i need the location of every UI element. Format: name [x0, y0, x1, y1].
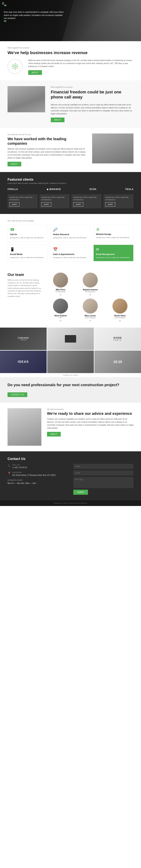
portfolio-card-img [65, 335, 76, 343]
financial-image [7, 86, 45, 112]
financial-title: Financial freedom could be just one phon… [51, 90, 134, 100]
client-card-btn-3[interactable]: MORE [105, 203, 115, 207]
leading-body: Atkinson sint occaecat cupidatat non pro… [7, 148, 87, 159]
portfolio-sub-0: CUBIKEN [18, 339, 29, 341]
advice-title: We're ready to share our advice and expe… [47, 411, 134, 416]
client-card-btn-0[interactable]: MORE [9, 203, 19, 207]
client-card-text-1: Sample text. Click to select the Text El… [41, 196, 68, 201]
service-name-3: Social Media [10, 253, 45, 255]
quote-open-icon: ❝ [4, 4, 64, 9]
cta-section: Do you need professionals for your next … [0, 377, 141, 403]
team-grid: Mike Perry Photographer ⊙ Natasha Ivanov… [47, 273, 134, 322]
portfolio-item-2: ESIDE PARIS [94, 328, 141, 350]
service-text-4: Sample text. Click to select the Text El… [53, 256, 88, 259]
client-card-text-2: Sample text. Click to select the Text El… [73, 196, 100, 201]
team-social-0[interactable]: ⊙ [47, 293, 74, 296]
client-card-2: Sample text. Click to select the Text El… [71, 194, 101, 208]
advice-image [7, 408, 41, 446]
work-about-button[interactable]: ABOUT [28, 70, 42, 75]
team-name-3: Mary Larson [77, 315, 104, 317]
portfolio-time: 10:10 [113, 360, 122, 364]
footer-text: Sample text. Click to select the Text El… [7, 502, 134, 504]
quote-close-icon: ❞ [4, 20, 64, 25]
team-social-4[interactable]: ⊙ [107, 319, 134, 322]
cta-button[interactable]: CONTACT US [7, 392, 27, 397]
client-logo-evea: EVƎA [90, 188, 97, 191]
contact-name-input[interactable] [73, 464, 134, 469]
clients-logos-row: CROLLA ◈ BINANCE EVƎA TESLA [7, 188, 134, 191]
clients-title: Featured clients [7, 178, 134, 182]
hero-quote-text: Duis aute irure dolor in reprehenderit i… [4, 10, 64, 20]
contact-form: SUBMIT [73, 464, 134, 495]
hero-section: ☰ ❝ Duis aute irure dolor in reprehender… [0, 0, 141, 41]
team-social-1[interactable]: ⊙ [77, 293, 104, 296]
leading-see-label: See what we can do for you [7, 133, 87, 135]
work-body: While we were not the first home cleanin… [28, 59, 134, 68]
team-member-2: Steve Hudson CEO ⊙ [47, 299, 74, 322]
clients-subtitle: Lorem ipsum dolor sit amet, consectetur … [7, 182, 134, 184]
leading-title: We have worked with the leading companie… [7, 137, 87, 146]
client-card-text-0: Sample text. Click to select the Text El… [9, 196, 36, 201]
service-card-1: 🔎 Online Research Sample text. Click to … [51, 225, 91, 242]
work-title: We've help businesses increase revenue [7, 50, 134, 55]
advice-section: We help businesses We're ready to share … [0, 403, 141, 451]
portfolio-grid: CUBIKEN CUBIKEN ESIDE PARIS IDEAS 10:10 [0, 328, 141, 373]
team-photo-1 [83, 273, 98, 287]
team-photo-2 [53, 299, 68, 314]
service-text-1: Sample text. Click to select the Text El… [53, 237, 88, 239]
service-icon-1: 🔎 [53, 227, 88, 232]
team-name-4: Nicole Stone [107, 315, 134, 317]
services-grid: ☎ Call Us Sample text. Click to select t… [7, 225, 134, 261]
service-name-4: Calls & Appointments [53, 253, 88, 255]
clients-cards-row: Sample text. Click to select the Text El… [7, 194, 134, 208]
leading-about-button[interactable]: ABOUT [7, 162, 21, 166]
phone-icon: 📞 [7, 464, 11, 467]
team-title: Our team [7, 273, 41, 277]
team-social-2[interactable]: ⊙ [47, 319, 74, 322]
financial-about-button[interactable]: ABOUT [51, 118, 65, 122]
portfolio-item-1 [47, 328, 94, 350]
footer-section: Sample text. Click to select the Text El… [0, 500, 141, 506]
contact-phone-value: +1 401 179 64 54 [12, 466, 27, 469]
contact-section: Contact Us 📞 Call Us +1 401 179 64 54 📍 … [0, 451, 141, 500]
client-card-text-3: Sample text. Click to select the Text El… [105, 196, 132, 201]
portfolio-logo-2: ESIDE [114, 336, 122, 339]
contact-hours-label: Business Hours [7, 479, 68, 481]
contact-email-input[interactable] [73, 470, 134, 475]
team-role-2: CEO [47, 317, 74, 319]
client-logo-tesla: TESLA [125, 188, 134, 191]
gear-circle [7, 59, 23, 74]
service-card-0: ☎ Call Us Sample text. Click to select t… [7, 225, 48, 242]
services-section: Our call service world quality ☎ Call Us… [0, 214, 141, 267]
portfolio-sub-2: PARIS [114, 339, 122, 341]
service-text-5: Sample text. Click to select the Text El… [96, 256, 131, 259]
client-card-1: Sample text. Click to select the Text El… [40, 194, 70, 208]
clients-section: Featured clients Lorem ipsum dolor sit a… [0, 172, 141, 214]
service-name-0: Call Us [10, 233, 45, 236]
portfolio-item-3: IDEAS [0, 351, 47, 373]
team-name-2: Steve Hudson [47, 315, 74, 317]
team-role-3: Lead Designer [77, 317, 104, 319]
portfolio-logo-0: CUBIKEN [18, 337, 29, 339]
portfolio-item-5: 10:10 [94, 351, 141, 373]
portfolio-section: CUBIKEN CUBIKEN ESIDE PARIS IDEAS 10:10 … [0, 328, 141, 377]
client-card-btn-2[interactable]: MORE [73, 203, 83, 207]
team-name-0: Mike Perry [47, 289, 74, 291]
work-label: Work together for success [7, 47, 134, 49]
cta-title: Do you need professionals for your next … [7, 383, 134, 387]
team-social-3[interactable]: ⊙ [77, 319, 104, 322]
team-name-1: Natasha Ivanova [77, 289, 104, 291]
team-member-1: Natasha Ivanova Photographer ⊙ [77, 273, 104, 296]
team-description: While we were not the first home cleanin… [7, 279, 41, 298]
contact-location-item: 📍 Location 101 Street Street, 27 Busines… [7, 471, 68, 476]
team-role-1: Photographer [77, 291, 104, 292]
work-section: Work together for success We've help bus… [0, 41, 141, 81]
contact-submit-button[interactable]: SUBMIT [73, 490, 88, 495]
contact-hours-value: Mon-Fri — 9am-5at, 10am — 3pm [7, 482, 68, 485]
client-card-btn-1[interactable]: MORE [41, 203, 51, 207]
service-text-3: Sample text. Click to select the Text El… [10, 256, 45, 259]
contact-message-textarea[interactable] [73, 477, 134, 488]
leading-image [92, 133, 134, 163]
advice-about-button[interactable]: ABOUT [47, 432, 61, 436]
service-text-2: Sample text. Click to select the Text El… [96, 237, 131, 239]
